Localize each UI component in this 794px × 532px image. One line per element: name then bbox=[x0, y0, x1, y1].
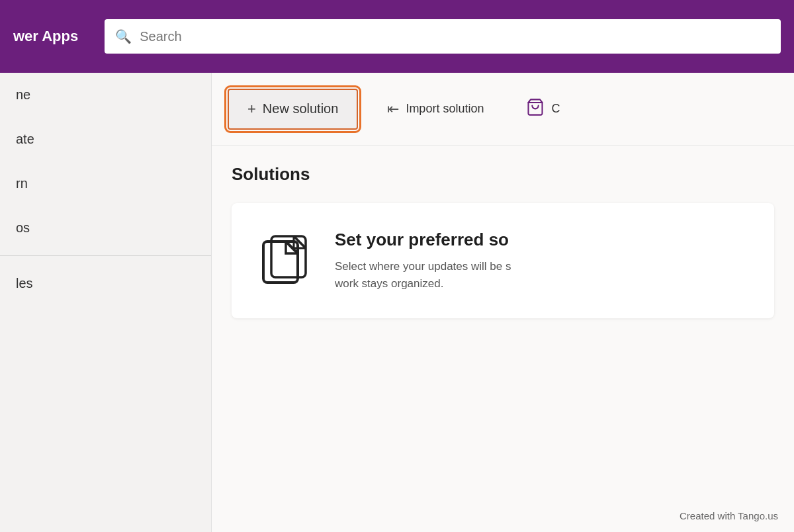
search-container: 🔍 bbox=[105, 19, 781, 54]
import-solution-label: Import solution bbox=[406, 102, 484, 116]
import-icon: ⇤ bbox=[387, 101, 399, 118]
import-solution-button[interactable]: ⇤ Import solution bbox=[374, 91, 497, 127]
info-card-description: Select where your updates will be s work… bbox=[335, 258, 750, 292]
info-card-desc-line2: work stays organized. bbox=[335, 277, 443, 290]
bag-icon bbox=[526, 98, 545, 120]
footer-credit: Created with Tango.us bbox=[680, 510, 778, 521]
search-input[interactable] bbox=[140, 29, 770, 44]
solutions-title: Solutions bbox=[232, 164, 774, 185]
toolbar: + New solution ⇤ Import solution C bbox=[212, 73, 794, 146]
sidebar-item-create-label: ate bbox=[16, 132, 34, 147]
plus-icon: + bbox=[247, 101, 256, 118]
sidebar: ne ate rn os les bbox=[0, 73, 212, 532]
info-card-desc-line1: Select where your updates will be s bbox=[335, 260, 511, 273]
sidebar-item-create[interactable]: ate bbox=[0, 117, 211, 161]
header: wer Apps 🔍 bbox=[0, 0, 794, 73]
sidebar-divider bbox=[0, 255, 211, 256]
sidebar-item-home-label: ne bbox=[16, 87, 30, 103]
sidebar-item-apps[interactable]: os bbox=[0, 206, 211, 250]
sidebar-item-learn-label: rn bbox=[16, 176, 28, 191]
publish-label: C bbox=[551, 102, 560, 116]
info-card: Set your preferred so Select where your … bbox=[232, 203, 774, 318]
info-card-content: Set your preferred so Select where your … bbox=[335, 230, 750, 292]
solution-icon bbox=[255, 230, 315, 289]
search-icon: 🔍 bbox=[115, 28, 132, 44]
new-solution-button[interactable]: + New solution bbox=[228, 89, 358, 130]
solutions-section: Solutions Set your preferred so bbox=[212, 146, 794, 337]
sidebar-item-apps-label: os bbox=[16, 220, 30, 236]
sidebar-item-solutions-label: les bbox=[16, 276, 33, 291]
publish-button[interactable]: C bbox=[513, 89, 573, 130]
sidebar-item-solutions[interactable]: les bbox=[0, 261, 211, 306]
sidebar-item-home[interactable]: ne bbox=[0, 73, 211, 117]
new-solution-label: New solution bbox=[263, 101, 339, 116]
sidebar-item-learn[interactable]: rn bbox=[0, 161, 211, 206]
info-card-title: Set your preferred so bbox=[335, 230, 750, 250]
app-title: wer Apps bbox=[13, 28, 78, 45]
main-content: + New solution ⇤ Import solution C Solut… bbox=[212, 73, 794, 532]
